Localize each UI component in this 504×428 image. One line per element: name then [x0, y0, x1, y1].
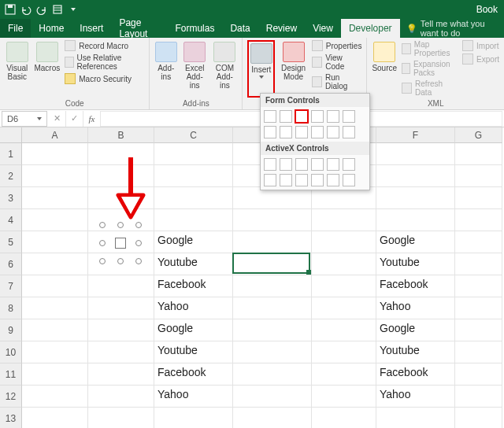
cell[interactable] — [312, 341, 376, 363]
cell[interactable]: Yahoo — [154, 297, 233, 319]
row-header[interactable]: 5 — [0, 231, 22, 253]
cell[interactable] — [455, 165, 502, 187]
row-header[interactable]: 12 — [0, 386, 22, 408]
form-spinner-icon[interactable] — [311, 110, 324, 123]
cell[interactable] — [312, 363, 376, 386]
cell[interactable] — [154, 408, 233, 428]
cell[interactable] — [376, 187, 455, 209]
worksheet-grid[interactable]: ABCDEFG 12345678910111213 GoogleGoogleYo… — [0, 127, 504, 428]
row-header[interactable]: 7 — [0, 275, 22, 297]
cell[interactable] — [22, 341, 88, 363]
tab-file[interactable]: File — [0, 19, 31, 38]
column-header[interactable]: G — [455, 127, 502, 143]
cell[interactable]: Google — [154, 319, 233, 341]
redo-icon[interactable] — [35, 2, 49, 17]
cell[interactable] — [88, 275, 154, 297]
cell[interactable] — [88, 297, 154, 319]
row-header[interactable]: 3 — [0, 187, 22, 209]
import-button[interactable]: Import — [462, 40, 499, 51]
tab-formulas[interactable]: Formulas — [167, 19, 222, 38]
cell[interactable] — [233, 187, 312, 209]
cell[interactable] — [455, 341, 502, 363]
tab-home[interactable]: Home — [31, 19, 72, 38]
cell[interactable] — [233, 363, 312, 386]
tab-developer[interactable]: Developer — [341, 19, 400, 38]
insert-control-button[interactable]: Insert — [247, 40, 275, 98]
properties-button[interactable]: Properties — [312, 40, 362, 51]
cell[interactable] — [312, 209, 376, 231]
cell[interactable] — [312, 187, 376, 209]
column-header[interactable]: C — [154, 127, 233, 143]
cell[interactable] — [312, 231, 376, 253]
ax-option-icon[interactable] — [280, 174, 292, 186]
cell[interactable]: Google — [154, 231, 233, 253]
cell[interactable]: Youtube — [376, 341, 455, 363]
cell[interactable] — [22, 386, 88, 408]
cell[interactable] — [22, 187, 88, 209]
form-combo-icon[interactable] — [280, 110, 292, 123]
row-header[interactable]: 9 — [0, 319, 22, 341]
cell[interactable] — [233, 297, 312, 319]
cell[interactable] — [312, 408, 376, 428]
cell[interactable] — [22, 297, 88, 319]
excel-addins-button[interactable]: Excel Add-ins — [182, 40, 207, 98]
cell[interactable] — [22, 319, 88, 341]
cell[interactable] — [455, 363, 502, 386]
customize-icon[interactable] — [50, 2, 65, 17]
cell[interactable] — [455, 209, 502, 231]
row-header[interactable]: 8 — [0, 297, 22, 319]
cell[interactable] — [22, 275, 88, 297]
form-option-icon[interactable] — [343, 110, 355, 123]
cell[interactable] — [233, 319, 312, 341]
tab-page-layout[interactable]: Page Layout — [111, 19, 167, 38]
cell[interactable] — [88, 319, 154, 341]
cell[interactable] — [376, 143, 455, 165]
form-text-icon[interactable] — [311, 126, 324, 138]
ax-button-icon[interactable] — [264, 158, 276, 171]
row-header[interactable]: 11 — [0, 363, 22, 386]
cell[interactable] — [455, 253, 502, 275]
cell[interactable] — [154, 165, 233, 187]
cell[interactable]: Facebook — [376, 275, 455, 297]
cell[interactable] — [22, 363, 88, 386]
cell[interactable] — [312, 319, 376, 341]
cell[interactable] — [154, 187, 233, 209]
cell[interactable] — [233, 341, 312, 363]
record-macro-button[interactable]: Record Macro — [65, 40, 144, 51]
qat-more-icon[interactable] — [66, 2, 80, 17]
source-button[interactable]: Source — [372, 40, 397, 98]
select-all-corner[interactable] — [0, 127, 22, 143]
cell[interactable]: Yahoo — [154, 386, 233, 408]
tab-review[interactable]: Review — [258, 19, 305, 38]
row-header[interactable]: 4 — [0, 209, 22, 231]
form-group-icon[interactable] — [264, 126, 276, 138]
cell[interactable] — [88, 341, 154, 363]
cancel-button[interactable]: ✕ — [49, 111, 66, 127]
cell[interactable] — [233, 231, 312, 253]
row-header[interactable]: 10 — [0, 341, 22, 363]
form-button-icon[interactable] — [264, 110, 276, 123]
cell[interactable] — [88, 408, 154, 428]
cell[interactable] — [233, 386, 312, 408]
com-addins-button[interactable]: COM Add-ins — [212, 40, 237, 98]
cell[interactable] — [455, 319, 502, 341]
ax-toggle-icon[interactable] — [327, 174, 339, 186]
enter-button[interactable]: ✓ — [66, 111, 83, 127]
refresh-data-button[interactable]: Refresh Data — [402, 79, 458, 97]
cell[interactable] — [455, 275, 502, 297]
macros-button[interactable]: Macros — [34, 40, 60, 98]
cell[interactable] — [22, 143, 88, 165]
cell[interactable] — [312, 297, 376, 319]
ax-list-icon[interactable] — [311, 158, 324, 171]
cell[interactable]: Youtube — [154, 253, 233, 275]
cell[interactable] — [455, 297, 502, 319]
cell[interactable] — [154, 209, 233, 231]
ax-combo-icon[interactable] — [280, 158, 292, 171]
cell[interactable]: Yahoo — [376, 297, 455, 319]
cell[interactable]: Facebook — [376, 363, 455, 386]
view-code-button[interactable]: View Code — [312, 54, 362, 71]
cell[interactable] — [22, 165, 88, 187]
cell[interactable] — [455, 386, 502, 408]
cell[interactable]: Youtube — [154, 341, 233, 363]
cell[interactable] — [376, 165, 455, 187]
